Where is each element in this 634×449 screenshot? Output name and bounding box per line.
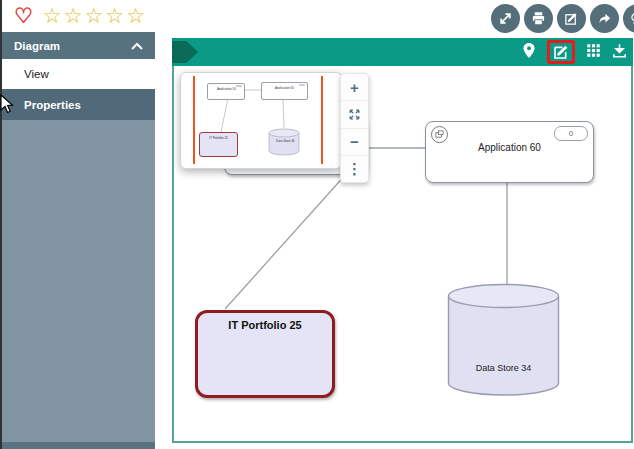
minimap-node-it-portfolio-25: IT Portfolio 25 <box>199 132 238 157</box>
minimap-node-application-50: Application 50 <box>207 83 245 100</box>
sidebar-item-view-label: View <box>24 68 49 80</box>
sidebar: ♡ ☆☆☆☆☆ Diagram View Properties <box>2 0 155 449</box>
download-icon[interactable] <box>612 43 627 62</box>
zoom-out-button[interactable]: − <box>341 129 368 156</box>
edit-diagram-button-highlighted[interactable] <box>547 40 575 64</box>
mouse-cursor <box>0 94 14 118</box>
minimap-node-application-60: Application 60 <box>261 82 308 100</box>
sidebar-section-diagram[interactable]: Diagram <box>2 32 155 59</box>
chat-bubble-icon <box>630 11 634 26</box>
minimap-node-label: Application 60 <box>273 86 296 89</box>
minimap-node-dots <box>236 85 242 87</box>
node-application-60-label: Application 60 <box>426 142 593 153</box>
sidebar-bottom-bar <box>2 442 155 449</box>
cylinder-shape <box>447 283 560 397</box>
location-pin-icon[interactable] <box>522 42 536 63</box>
sidebar-panel-background <box>2 120 155 442</box>
rating-stars[interactable]: ☆☆☆☆☆ <box>43 5 147 27</box>
node-it-portfolio-25[interactable]: IT Portfolio 25 <box>195 310 335 398</box>
minimap[interactable]: Application 50 Application 60 IT Portfol… <box>180 72 342 169</box>
minimap-node-label: Data Store 34 <box>276 139 292 142</box>
diagram-toolbar <box>172 38 633 66</box>
app-window: ♡ ☆☆☆☆☆ Diagram View Properties <box>0 0 634 449</box>
diagram-canvas[interactable]: 0 Application 60 IT Portfolio 25 Data St… <box>172 66 633 443</box>
minimap-node-label: IT Portfolio 25 <box>209 136 228 139</box>
banner-arrow-icon[interactable] <box>172 41 198 63</box>
chevron-up-icon[interactable] <box>131 40 143 52</box>
edit-pencil-icon <box>564 11 579 26</box>
sidebar-item-view[interactable]: View <box>2 59 155 89</box>
expand-button[interactable] <box>491 4 520 33</box>
minimap-node-data-store-34: Data Store 34 <box>268 128 300 156</box>
minimap-node-label: Application 50 <box>217 87 235 90</box>
node-application-60[interactable]: 0 Application 60 <box>425 121 594 183</box>
sidebar-item-properties[interactable]: Properties <box>2 89 155 120</box>
sidebar-item-properties-label: Properties <box>24 99 81 111</box>
node-it-portfolio-25-label: IT Portfolio 25 <box>198 319 332 331</box>
more-options-button[interactable]: ⋮ <box>341 156 368 182</box>
print-button[interactable] <box>524 4 553 33</box>
zoom-controls: + − ⋮ <box>340 73 369 183</box>
toolbar-icons <box>522 38 627 66</box>
share-button[interactable] <box>590 4 619 33</box>
minimap-node-dots <box>299 84 305 86</box>
favorite-heart-icon[interactable]: ♡ <box>14 6 33 26</box>
node-data-store-34[interactable]: Data Store 34 <box>447 283 560 397</box>
sidebar-section-label: Diagram <box>14 40 60 52</box>
application-type-icon <box>431 126 448 143</box>
comment-button[interactable] <box>623 4 634 33</box>
zoom-in-button[interactable]: + <box>341 74 368 101</box>
share-arrow-icon <box>597 11 612 26</box>
node-badge: 0 <box>554 126 588 141</box>
printer-icon <box>531 11 546 26</box>
fit-to-screen-icon <box>348 108 361 121</box>
expand-arrows-icon <box>498 11 513 26</box>
edit-button[interactable] <box>557 4 586 33</box>
fit-to-screen-button[interactable] <box>341 101 368 128</box>
diagram-viewer: 0 Application 60 IT Portfolio 25 Data St… <box>172 38 633 443</box>
edit-diagram-icon <box>553 44 569 60</box>
favorite-rating-bar: ♡ ☆☆☆☆☆ <box>2 0 155 33</box>
window-action-buttons <box>491 4 634 33</box>
node-data-store-34-label: Data Store 34 <box>447 363 560 373</box>
grid-icon[interactable] <box>586 43 601 62</box>
